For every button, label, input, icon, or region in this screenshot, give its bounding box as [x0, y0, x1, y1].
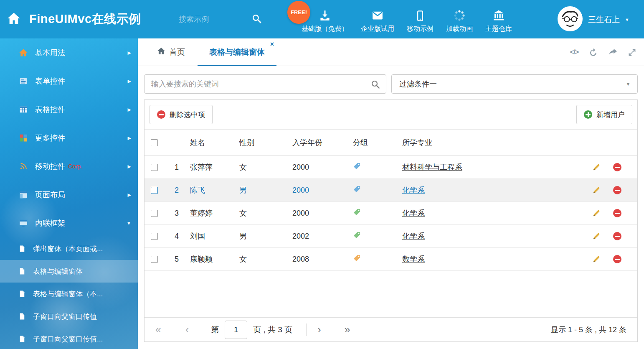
delete-icon[interactable]	[613, 163, 621, 171]
column-header-name: 姓名	[190, 138, 239, 148]
code-icon[interactable]: </>	[570, 48, 578, 56]
sidebar-item-iframe[interactable]: 内联框架 ▼	[0, 209, 138, 237]
download-icon	[319, 8, 331, 22]
close-icon[interactable]: ×	[270, 41, 274, 48]
delete-selected-button[interactable]: 删除选中项	[150, 105, 213, 124]
select-all-checkbox[interactable]	[151, 139, 158, 146]
row-major-link[interactable]: 化学系	[402, 186, 425, 194]
row-group-cell	[353, 231, 402, 241]
table-row[interactable]: 3 董婷婷 女 2000 化学系	[145, 202, 637, 225]
user-menu[interactable]: 三生石上 ▼	[557, 6, 629, 33]
tab-actions: </>	[570, 38, 636, 66]
refresh-icon[interactable]	[588, 48, 598, 57]
delete-icon[interactable]	[613, 255, 621, 263]
expand-icon[interactable]	[628, 48, 636, 57]
chevron-right-icon: ▶	[128, 135, 131, 141]
row-major-link[interactable]: 化学系	[402, 232, 425, 240]
tab-grid-edit-window[interactable]: 表格与编辑窗体 ×	[198, 38, 276, 66]
row-gender: 女	[239, 162, 292, 172]
caret-down-icon: ▼	[625, 17, 629, 22]
row-group-cell	[353, 162, 402, 172]
delete-icon[interactable]	[613, 232, 621, 240]
tab-home[interactable]: 首页	[150, 38, 192, 66]
sidebar-item-page-layout[interactable]: 页面布局 ▶	[0, 181, 138, 209]
row-major-link[interactable]: 化学系	[402, 209, 425, 217]
column-header-group: 分组	[353, 138, 402, 148]
spinner-icon	[453, 8, 466, 22]
add-user-button[interactable]: 新增用户	[576, 105, 632, 124]
sidebar-subitem-child-to-parent-2[interactable]: 子窗口向父窗口传值...	[0, 328, 138, 349]
row-year: 2000	[292, 186, 353, 195]
column-header-year: 入学年份	[292, 138, 353, 148]
row-group-cell	[353, 208, 402, 218]
row-gender: 女	[239, 254, 292, 264]
edit-icon[interactable]	[592, 163, 601, 171]
sidebar-subitem-label: 表格与编辑窗体	[33, 267, 83, 276]
sidebar-item-mobile-controls[interactable]: 移动控件 Corp. ▶	[0, 152, 138, 181]
tag-icon	[353, 254, 361, 262]
table-body: 1 张萍萍 女 2000 材料科学与工程系 2 陈飞 男 2000 化学系	[145, 156, 637, 271]
sidebar-subitem-grid-edit-window[interactable]: 表格与编辑窗体	[0, 260, 138, 283]
app-home-icon[interactable]	[7, 11, 21, 27]
table-row[interactable]: 4 刘国 男 2002 化学系	[145, 225, 637, 248]
keyword-search-box	[144, 74, 386, 94]
keyword-input[interactable]	[145, 75, 386, 93]
row-checkbox[interactable]	[151, 187, 158, 194]
free-badge: FREE!	[287, 1, 310, 24]
record-summary: 显示 1 - 5 条 , 共 12 条	[551, 325, 626, 335]
sidebar-subitem-popup-window[interactable]: 弹出窗体（本页面或...	[0, 237, 138, 260]
top-header: FineUIMvc在线示例 FREE! 基础版（免费） 企业版试用 移动示例	[0, 0, 644, 38]
tab-label: 表格与编辑窗体	[209, 47, 265, 58]
file-icon	[18, 245, 27, 253]
nav-item-theme-store[interactable]: 主题仓库	[485, 5, 512, 33]
next-page-icon[interactable]: ›	[317, 324, 321, 335]
row-name: 陈飞	[190, 185, 239, 195]
row-checkbox[interactable]	[151, 233, 158, 240]
sidebar-item-label: 内联框架	[35, 218, 65, 228]
row-major-link[interactable]: 数学系	[402, 255, 425, 263]
row-checkbox[interactable]	[151, 210, 158, 217]
caret-down-icon: ▼	[626, 81, 631, 87]
row-actions	[587, 232, 637, 240]
search-icon[interactable]	[370, 79, 380, 91]
page-number-input[interactable]	[225, 321, 247, 339]
delete-icon[interactable]	[613, 209, 621, 217]
prev-page-icon[interactable]: ‹	[185, 324, 189, 335]
main-content: 首页 表格与编辑窗体 × </> 过滤条件一 ▼	[138, 38, 644, 349]
delete-icon[interactable]	[613, 186, 621, 194]
first-page-icon[interactable]: «	[155, 324, 161, 335]
row-name: 刘国	[190, 231, 239, 241]
plus-icon	[584, 110, 592, 119]
row-major-link[interactable]: 材料科学与工程系	[402, 163, 462, 171]
table-row[interactable]: 5 康颖颖 女 2008 数学系	[145, 248, 637, 271]
last-page-icon[interactable]: »	[345, 324, 350, 335]
nav-item-loading-animation[interactable]: 加载动画	[446, 5, 473, 33]
sidebar-item-form-controls[interactable]: 表单控件 ▶	[0, 67, 138, 95]
add-user-label: 新增用户	[596, 110, 625, 120]
sidebar: 基本用法 ▶ 表单控件 ▶ 表格控件 ▶ 更多控件 ▶ 移动控件 Corp. ▶…	[0, 38, 138, 349]
edit-icon[interactable]	[592, 209, 601, 217]
edit-icon[interactable]	[592, 255, 601, 263]
sidebar-subitem-grid-edit-window-2[interactable]: 表格与编辑窗体（不...	[0, 283, 138, 305]
filter-dropdown[interactable]: 过滤条件一 ▼	[391, 74, 638, 94]
sidebar-item-basic-usage[interactable]: 基本用法 ▶	[0, 38, 138, 67]
sidebar-item-label: 页面布局	[35, 190, 65, 200]
edit-icon[interactable]	[592, 232, 601, 240]
row-actions	[587, 209, 637, 217]
header-search-input[interactable]	[179, 13, 241, 26]
sidebar-item-label: 表单控件	[35, 76, 65, 86]
edit-icon[interactable]	[592, 186, 601, 194]
file-icon	[18, 290, 27, 298]
table-row[interactable]: 1 张萍萍 女 2000 材料科学与工程系	[145, 156, 637, 179]
share-icon[interactable]	[608, 48, 618, 57]
row-actions	[587, 186, 637, 194]
nav-item-enterprise-trial[interactable]: 企业版试用	[361, 5, 394, 33]
sidebar-item-grid-controls[interactable]: 表格控件 ▶	[0, 95, 138, 124]
row-checkbox[interactable]	[151, 256, 158, 263]
sidebar-subitem-child-to-parent[interactable]: 子窗口向父窗口传值	[0, 305, 138, 328]
sidebar-item-more-controls[interactable]: 更多控件 ▶	[0, 124, 138, 152]
table-row[interactable]: 2 陈飞 男 2000 化学系	[145, 179, 637, 202]
search-icon[interactable]	[251, 13, 262, 25]
nav-item-mobile-demo[interactable]: 移动示例	[407, 5, 434, 33]
row-checkbox[interactable]	[151, 164, 158, 171]
